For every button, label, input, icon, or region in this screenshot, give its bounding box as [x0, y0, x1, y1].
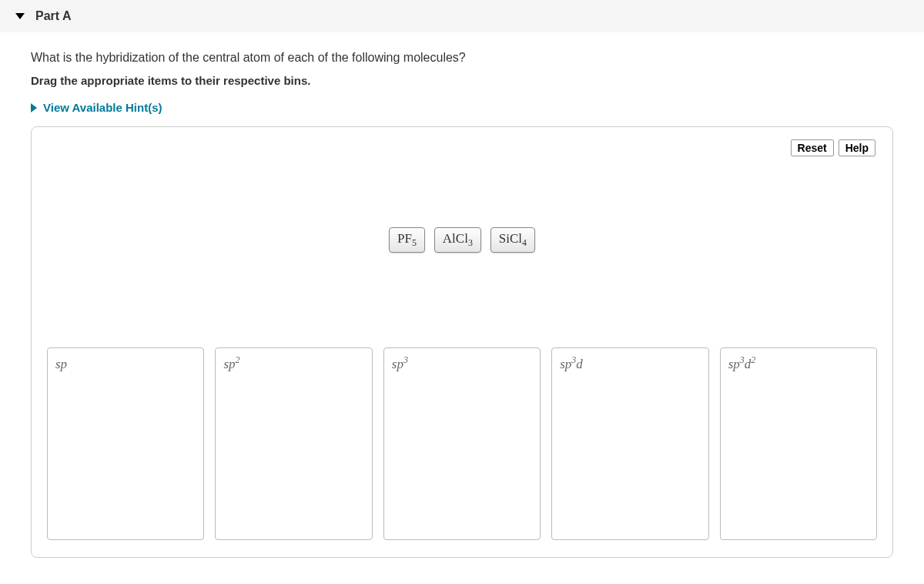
formula-sub: 3: [468, 237, 473, 248]
bin-sp3d2[interactable]: sp3d2: [720, 347, 877, 540]
formula-base: AlCl: [443, 231, 468, 246]
workspace-controls: Reset Help: [791, 139, 875, 156]
reset-button[interactable]: Reset: [791, 139, 834, 156]
bin-label: sp3d: [560, 354, 700, 372]
draggable-sicl4[interactable]: SiCl4: [490, 227, 535, 253]
draggable-pf5[interactable]: PF5: [389, 227, 425, 253]
section-header: Part A: [0, 0, 924, 32]
bin-label: sp3d2: [728, 354, 869, 372]
hints-label: View Available Hint(s): [43, 101, 162, 114]
draggable-source-area: PF5 AlCl3 SiCl4: [32, 227, 892, 253]
content-area: What is the hybridization of the central…: [0, 32, 924, 576]
bin-label: sp: [55, 354, 196, 372]
bin-sp[interactable]: sp: [47, 347, 204, 540]
part-title: Part A: [35, 9, 72, 23]
bin-sp2[interactable]: sp2: [215, 347, 372, 540]
chevron-down-icon[interactable]: [15, 13, 25, 19]
formula-base: PF: [397, 231, 412, 246]
instruction-text: Drag the appropriate items to their resp…: [31, 74, 893, 87]
bin-sp3d[interactable]: sp3d: [551, 347, 708, 540]
help-button[interactable]: Help: [839, 139, 875, 156]
chevron-right-icon: [31, 103, 37, 112]
formula-base: SiCl: [499, 231, 522, 246]
drag-workspace: Reset Help PF5 AlCl3 SiCl4 sp s: [31, 126, 893, 558]
bin-label: sp2: [223, 354, 363, 372]
view-hints-toggle[interactable]: View Available Hint(s): [31, 101, 893, 114]
bin-sp3[interactable]: sp3: [383, 347, 541, 540]
draggable-alcl3[interactable]: AlCl3: [434, 227, 481, 253]
page-container: Part A What is the hybridization of the …: [0, 0, 924, 576]
formula-sub: 5: [412, 237, 417, 248]
question-text: What is the hybridization of the central…: [31, 51, 893, 65]
formula-sub: 4: [522, 237, 527, 248]
bin-label: sp3: [392, 354, 532, 372]
bins-row: sp sp2 sp3 sp3d sp3d2: [47, 347, 877, 540]
